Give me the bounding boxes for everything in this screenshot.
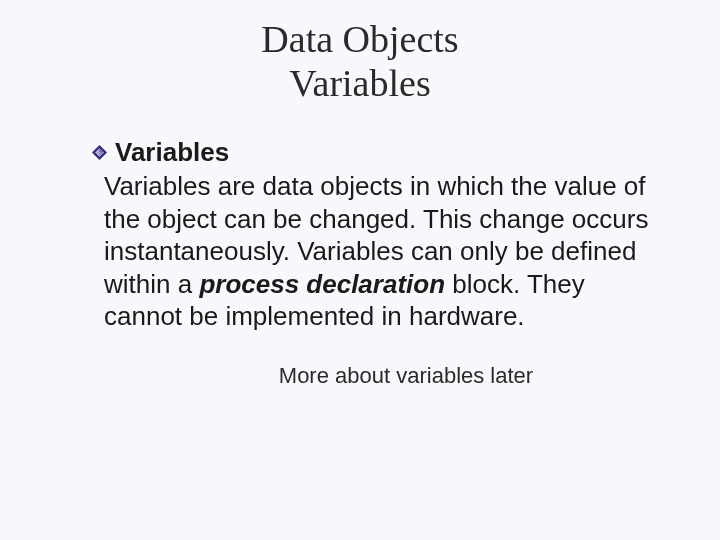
slide-content: Variables Variables are data objects in …	[60, 137, 660, 389]
body-emphasis: process declaration	[199, 269, 445, 299]
diamond-bullet-icon	[92, 145, 107, 160]
slide-title-block: Data Objects Variables	[60, 18, 660, 105]
bullet-item: Variables	[92, 137, 660, 168]
body-text: Variables are data objects in which the …	[92, 170, 660, 333]
slide-title-line-2: Variables	[60, 62, 660, 106]
footnote: More about variables later	[92, 363, 660, 389]
slide: Data Objects Variables Variables Variabl…	[0, 0, 720, 540]
slide-title-line-1: Data Objects	[60, 18, 660, 62]
bullet-heading: Variables	[115, 137, 229, 168]
